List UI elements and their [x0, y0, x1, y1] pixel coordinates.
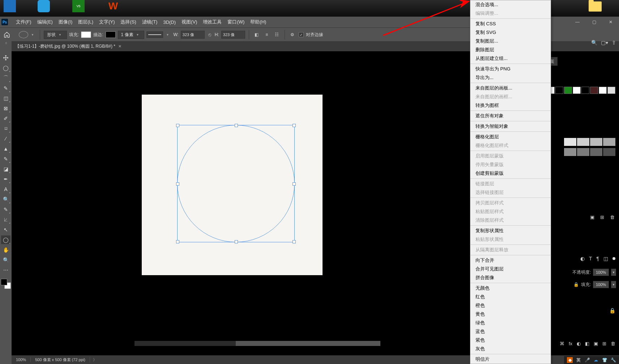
- tray-shirt-icon[interactable]: 👕: [602, 357, 607, 363]
- svg-marker-1: [460, 0, 469, 6]
- tray-mic-icon[interactable]: 🎤: [584, 357, 590, 363]
- tray-app-icon[interactable]: ◆: [567, 357, 573, 363]
- windows-taskbar-tray: ◆ 英 🎤 ☁ 👕 🔧: [564, 356, 619, 364]
- tray-cloud-icon[interactable]: ☁: [593, 357, 599, 363]
- annotation-arrow: [0, 0, 619, 364]
- ime-indicator[interactable]: 英: [576, 357, 581, 363]
- svg-line-0: [383, 1, 469, 35]
- tray-tool-icon[interactable]: 🔧: [610, 357, 616, 363]
